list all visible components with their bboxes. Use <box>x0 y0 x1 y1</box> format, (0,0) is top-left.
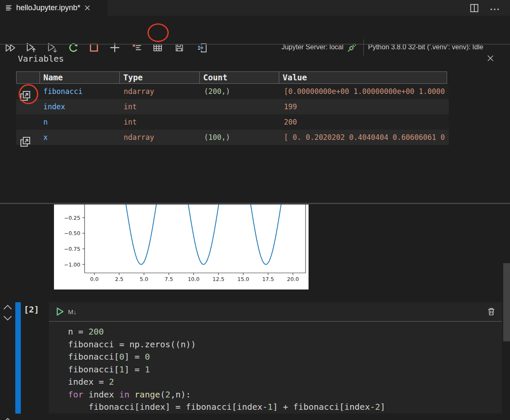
delete-cell-icon[interactable] <box>487 306 496 317</box>
tab-title: helloJupyter.ipynb* <box>16 3 80 12</box>
variable-value: [ 0. 0.2020202 0.4040404 0.60606061 0 <box>280 133 449 142</box>
column-header-type: Type <box>119 71 200 84</box>
export-icon[interactable] <box>194 38 210 57</box>
run-all-icon[interactable] <box>2 38 18 57</box>
variable-type: ndarray <box>120 133 201 142</box>
variables-table-header: Name Type Count Value <box>16 71 449 84</box>
table-row: index int 199 <box>16 99 449 114</box>
variable-type: ndarray <box>120 87 201 96</box>
variables-panel-title: Variables <box>18 54 64 64</box>
run-cell-icon[interactable] <box>54 306 65 317</box>
restart-kernel-icon[interactable] <box>65 38 81 57</box>
svg-text:−0.50: −0.50 <box>64 230 80 236</box>
table-row: n int 200 <box>16 114 449 130</box>
column-header-value: Value <box>279 71 447 84</box>
variable-value: 200 <box>280 118 449 126</box>
interrupt-kernel-icon[interactable] <box>86 38 102 57</box>
more-actions-icon[interactable] <box>490 4 500 14</box>
tab-bar: helloJupyter.ipynb* <box>0 0 510 16</box>
svg-text:10.0: 10.0 <box>188 276 200 282</box>
code-line: fibonacci = np.zeros((n)) <box>68 338 385 351</box>
variable-count: (100,) <box>201 133 280 142</box>
svg-text:7.5: 7.5 <box>164 276 173 282</box>
variables-icon[interactable] <box>150 38 166 57</box>
notebook-file-icon <box>5 4 12 11</box>
tab-close-icon[interactable] <box>84 5 91 11</box>
svg-text:−0.75: −0.75 <box>64 246 80 252</box>
split-editor-icon[interactable] <box>469 3 479 13</box>
code-line: fibonacci[1] = 1 <box>68 363 385 376</box>
variable-value: 199 <box>280 102 449 111</box>
variable-type: int <box>120 118 201 126</box>
cell-toolbar-divider <box>49 321 502 322</box>
code-line: fibonacci[index] = fibonacci[index-1] + … <box>68 401 385 414</box>
vscode-window: helloJupyter.ipynb* <box>0 0 510 420</box>
variable-name: n <box>40 118 120 126</box>
svg-text:5.0: 5.0 <box>140 276 148 282</box>
variable-count: (200,) <box>201 87 280 96</box>
chevron-up-icon-partial[interactable] <box>3 416 13 420</box>
svg-text:20.0: 20.0 <box>287 276 299 282</box>
svg-text:0.0: 0.0 <box>90 276 99 282</box>
code-line: fibonacci[0] = 0 <box>68 351 385 363</box>
table-row: fibonacci ndarray (200,) [0.00000000e+00… <box>16 84 449 99</box>
matplotlib-output-image: 0.02.55.07.510.012.515.017.520.0−0.25−0.… <box>54 204 309 289</box>
code-line: index = 2 <box>68 376 385 389</box>
clear-outputs-icon[interactable] <box>129 38 145 57</box>
svg-text:12.5: 12.5 <box>212 276 224 282</box>
svg-text:15.0: 15.0 <box>237 276 249 282</box>
variable-type: int <box>120 102 201 111</box>
status-divider <box>363 40 364 56</box>
svg-text:−1.00: −1.00 <box>64 261 80 268</box>
add-cell-icon[interactable] <box>107 38 123 57</box>
execution-count: [2] <box>24 304 39 315</box>
variable-name: x <box>40 133 120 142</box>
panel-sash[interactable] <box>0 203 510 204</box>
svg-text:2.5: 2.5 <box>115 276 123 282</box>
open-in-data-viewer-icon[interactable] <box>20 90 40 102</box>
active-cell-indicator[interactable] <box>15 302 21 414</box>
scrollbar-thumb[interactable] <box>503 263 510 341</box>
cell-toolbar: M↓ <box>49 302 502 321</box>
svg-text:−0.25: −0.25 <box>64 215 80 221</box>
column-header-count: Count <box>199 71 279 84</box>
code-line: n = 200 <box>68 326 385 338</box>
chevron-up-icon[interactable] <box>3 303 13 311</box>
plot-svg: 0.02.55.07.510.012.515.017.520.0−0.25−0.… <box>54 204 309 289</box>
variable-name: fibonacci <box>40 87 120 96</box>
open-in-data-viewer-icon[interactable] <box>20 136 40 148</box>
variables-close-icon[interactable] <box>485 53 496 63</box>
svg-text:17.5: 17.5 <box>262 276 274 282</box>
variables-table: Name Type Count Value fibonacci ndarray … <box>16 71 449 145</box>
variable-value: [0.00000000e+00 1.00000000e+00 1.0000 <box>280 87 449 96</box>
save-icon[interactable] <box>171 38 187 57</box>
code-editor[interactable]: n = 200fibonacci = np.zeros((n))fibonacc… <box>68 326 385 414</box>
markdown-toggle[interactable]: M↓ <box>68 308 76 315</box>
code-cell: M↓ n = 200fibonacci = np.zeros((n))fibon… <box>49 302 502 414</box>
code-line: for index in range(2,n): <box>68 389 385 401</box>
variables-rows: fibonacci ndarray (200,) [0.00000000e+00… <box>16 84 449 145</box>
chevron-down-icon[interactable] <box>3 314 13 322</box>
table-row: x ndarray (100,) [ 0. 0.2020202 0.404040… <box>16 130 449 145</box>
tab-hellojupyter[interactable]: helloJupyter.ipynb* <box>0 0 108 16</box>
notebook-toolbar: Jupyter Server: local Python 3.8.0 32-bi… <box>0 16 510 44</box>
toolbar-divider <box>0 44 510 45</box>
column-header-name: Name <box>40 71 120 84</box>
variable-name: index <box>40 102 120 111</box>
